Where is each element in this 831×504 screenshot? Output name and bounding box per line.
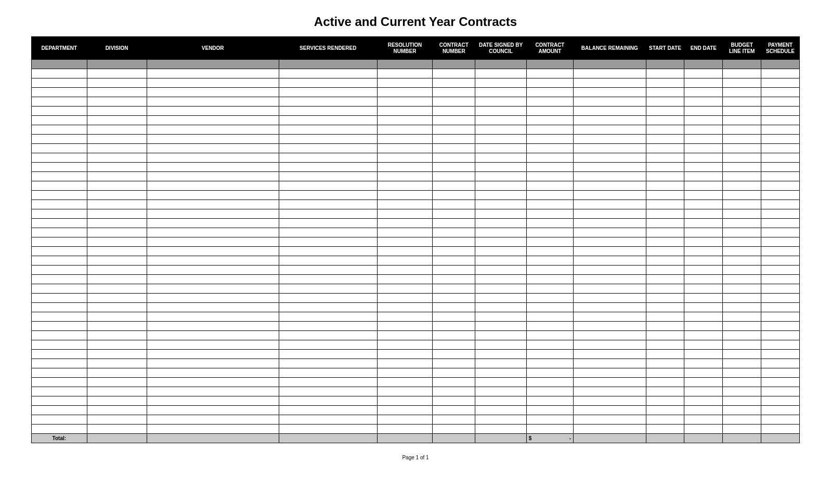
table-cell xyxy=(32,406,87,415)
table-cell xyxy=(574,88,646,97)
table-cell xyxy=(646,322,684,331)
table-cell xyxy=(526,368,573,378)
table-cell xyxy=(147,266,279,275)
table-cell xyxy=(684,97,723,107)
contracts-table: DEPARTMENT DIVISION VENDOR SERVICES REND… xyxy=(31,36,800,443)
table-cell xyxy=(433,406,475,415)
table-row xyxy=(32,200,800,209)
table-cell xyxy=(684,359,723,368)
table-cell xyxy=(684,303,723,312)
table-cell xyxy=(377,406,433,415)
table-cell xyxy=(526,97,573,107)
table-cell xyxy=(526,396,573,406)
table-cell xyxy=(646,406,684,415)
total-cell xyxy=(433,434,475,443)
table-cell xyxy=(279,125,377,135)
table-row xyxy=(32,107,800,116)
table-cell xyxy=(433,228,475,237)
table-cell xyxy=(32,78,87,88)
table-cell xyxy=(433,256,475,266)
table-row xyxy=(32,303,800,312)
table-cell xyxy=(147,116,279,125)
table-cell xyxy=(526,284,573,294)
table-cell xyxy=(87,331,147,340)
table-cell xyxy=(646,415,684,425)
table-cell xyxy=(475,322,526,331)
table-cell xyxy=(377,191,433,200)
table-cell xyxy=(723,284,761,294)
table-cell xyxy=(526,266,573,275)
table-cell xyxy=(433,135,475,144)
table-cell xyxy=(377,247,433,256)
table-cell xyxy=(526,78,573,88)
table-cell xyxy=(684,312,723,322)
table-cell xyxy=(87,378,147,387)
table-cell xyxy=(475,350,526,359)
table-cell xyxy=(684,69,723,78)
table-cell xyxy=(723,78,761,88)
table-cell xyxy=(526,135,573,144)
table-cell xyxy=(723,387,761,396)
table-cell xyxy=(279,153,377,163)
table-cell xyxy=(279,303,377,312)
table-cell xyxy=(433,237,475,247)
table-cell xyxy=(646,350,684,359)
table-cell xyxy=(646,331,684,340)
total-amount: $ - xyxy=(526,434,573,443)
table-cell xyxy=(147,144,279,153)
table-cell xyxy=(646,312,684,322)
table-cell xyxy=(646,125,684,135)
table-cell xyxy=(377,200,433,209)
table-cell xyxy=(526,153,573,163)
table-cell xyxy=(475,396,526,406)
col-services-rendered: SERVICES RENDERED xyxy=(279,37,377,60)
col-start-date: START DATE xyxy=(646,37,684,60)
table-cell xyxy=(574,256,646,266)
table-cell xyxy=(147,69,279,78)
table-cell xyxy=(475,368,526,378)
table-cell xyxy=(433,144,475,153)
table-cell xyxy=(761,153,800,163)
table-cell xyxy=(147,60,279,69)
total-cell xyxy=(761,434,800,443)
table-cell xyxy=(475,228,526,237)
table-cell xyxy=(574,219,646,228)
table-cell xyxy=(32,294,87,303)
table-cell xyxy=(279,88,377,97)
table-cell xyxy=(574,69,646,78)
table-cell xyxy=(684,78,723,88)
table-cell xyxy=(475,78,526,88)
table-cell xyxy=(761,60,800,69)
col-contract-number: CONTRACT NUMBER xyxy=(433,37,475,60)
table-cell xyxy=(646,144,684,153)
table-cell xyxy=(574,340,646,350)
table-cell xyxy=(433,125,475,135)
table-cell xyxy=(279,350,377,359)
table-cell xyxy=(723,191,761,200)
table-cell xyxy=(761,303,800,312)
table-cell xyxy=(433,425,475,434)
total-cell xyxy=(475,434,526,443)
table-cell xyxy=(32,396,87,406)
table-cell xyxy=(32,387,87,396)
table-row xyxy=(32,237,800,247)
table-cell xyxy=(32,219,87,228)
table-cell xyxy=(377,415,433,425)
page-title: Active and Current Year Contracts xyxy=(31,15,800,29)
table-cell xyxy=(574,368,646,378)
table-cell xyxy=(646,88,684,97)
table-cell xyxy=(32,303,87,312)
table-cell xyxy=(475,247,526,256)
table-cell xyxy=(87,78,147,88)
table-cell xyxy=(761,322,800,331)
table-cell xyxy=(279,396,377,406)
table-cell xyxy=(723,294,761,303)
table-cell xyxy=(475,88,526,97)
table-cell xyxy=(147,256,279,266)
table-cell xyxy=(526,125,573,135)
table-cell xyxy=(723,247,761,256)
table-cell xyxy=(147,331,279,340)
table-cell xyxy=(761,97,800,107)
table-cell xyxy=(761,284,800,294)
table-cell xyxy=(723,228,761,237)
